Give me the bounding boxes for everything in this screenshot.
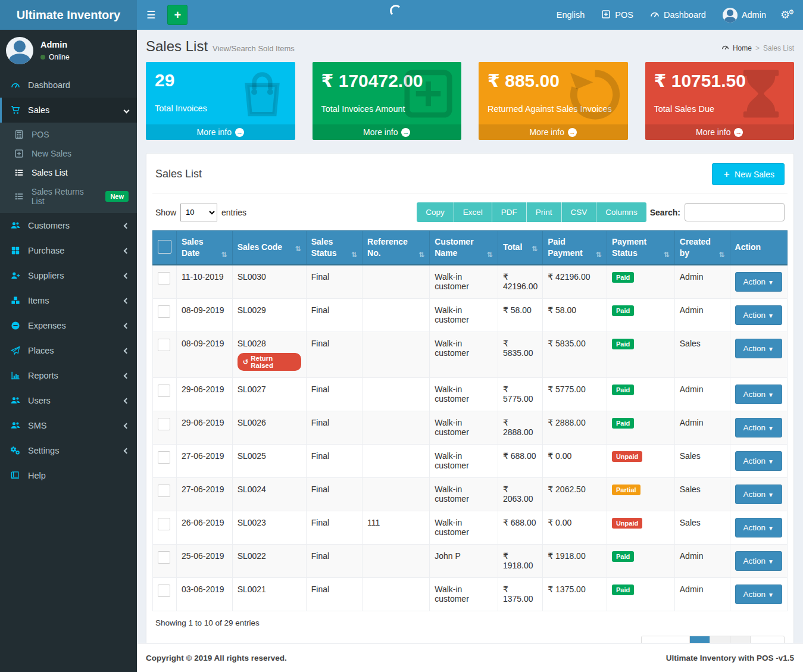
sidebar-item-sales-list[interactable]: Sales List [0, 163, 137, 182]
breadcrumb-home-link[interactable]: Home [733, 44, 752, 52]
column-header-sales-code[interactable]: Sales Code⇅ [232, 231, 306, 265]
sidebar-item-new-sales[interactable]: New Sales [0, 144, 137, 163]
row-checkbox[interactable] [158, 272, 170, 285]
quick-add-button[interactable]: + [167, 5, 188, 25]
export-csv-button[interactable]: CSV [561, 202, 596, 222]
sidebar-item-reports[interactable]: Reports [0, 363, 137, 388]
action-button[interactable]: Action▼ [735, 585, 782, 604]
sidebar-item-help[interactable]: Help [0, 463, 137, 488]
sidebar-user-status[interactable]: Online [40, 53, 70, 61]
action-button[interactable]: Action▼ [735, 418, 782, 437]
info-box-total-sales-due: ₹ 10751.50 Total Sales Due More info → [645, 62, 795, 140]
pagination-page-3-button[interactable]: 3 [730, 636, 750, 643]
column-header-payment-status[interactable]: Payment Status⇅ [607, 231, 674, 265]
sidebar-item-suppliers[interactable]: Suppliers [0, 263, 137, 288]
action-button[interactable]: Action▼ [735, 385, 782, 404]
sort-icon: ⇅ [351, 251, 357, 259]
settings-gears-icon[interactable]: ⚙⚙ [774, 8, 803, 21]
action-button[interactable]: Action▼ [735, 272, 782, 292]
cell-total: ₹ 2063.00 [498, 477, 542, 511]
more-info-link[interactable]: More info → [479, 124, 628, 140]
minus-circle-icon [10, 321, 21, 330]
sidebar-item-expenses[interactable]: Expenses [0, 313, 137, 338]
panel-title: Sales List [155, 168, 202, 180]
column-header-created-by[interactable]: Created by⇅ [674, 231, 730, 265]
page-length-select[interactable]: 10 [180, 204, 217, 221]
action-button[interactable]: Action▼ [735, 451, 782, 471]
pagination-previous-button[interactable]: Previous [642, 636, 690, 643]
sort-icon: ⇅ [221, 251, 227, 259]
row-checkbox[interactable] [158, 551, 170, 564]
new-sales-button[interactable]: ＋ New Sales [712, 163, 785, 185]
row-checkbox[interactable] [158, 485, 170, 497]
column-header-sales-status[interactable]: Sales Status⇅ [306, 231, 362, 265]
sidebar-item-sales[interactable]: Sales [0, 98, 137, 123]
column-header-reference-no[interactable]: Reference No.⇅ [363, 231, 430, 265]
column-header-sales-date[interactable]: Sales Date⇅ [177, 231, 233, 265]
pagination-page-1-button[interactable]: 1 [689, 636, 710, 643]
row-checkbox[interactable] [158, 585, 170, 597]
language-menu[interactable]: English [548, 0, 593, 30]
more-info-link[interactable]: More info → [645, 124, 795, 140]
arrow-circle-right-icon: → [401, 128, 410, 137]
sidebar-item-customers[interactable]: Customers [0, 213, 137, 238]
sidebar-item-pos[interactable]: POS [0, 125, 137, 144]
user-plus-icon [10, 271, 21, 280]
nav-dashboard-link[interactable]: Dashboard [642, 0, 714, 30]
action-button[interactable]: Action▼ [735, 518, 782, 537]
action-button[interactable]: Action▼ [735, 485, 782, 504]
nav-pos-link[interactable]: POS [593, 0, 642, 30]
sidebar-toggle-icon[interactable]: ☰ [137, 0, 165, 30]
cell-customer-name: Walk-in customer [430, 444, 498, 477]
sidebar-item-places[interactable]: Places [0, 338, 137, 363]
row-checkbox[interactable] [158, 385, 170, 397]
action-button[interactable]: Action▼ [735, 305, 782, 325]
more-info-link[interactable]: More info → [146, 124, 295, 140]
cell-reference-no [363, 298, 430, 332]
column-header-total[interactable]: Total⇅ [498, 231, 542, 265]
cell-sales-status: Final [306, 511, 362, 544]
sidebar-item-sms[interactable]: SMS [0, 413, 137, 438]
sort-icon: ⇅ [718, 251, 724, 259]
cell-total: ₹ 5835.00 [498, 332, 542, 377]
pagination-page-2-button[interactable]: 2 [710, 636, 730, 643]
sidebar-item-items[interactable]: Items [0, 288, 137, 313]
column-header-paid-payment[interactable]: Paid Payment⇅ [543, 231, 607, 265]
caret-down-icon: ▼ [768, 592, 774, 598]
caret-down-icon: ▼ [768, 346, 774, 352]
search-input[interactable] [685, 203, 785, 221]
row-checkbox[interactable] [158, 451, 170, 464]
table-row: 27-06-2019 SL0025 Final Walk-in customer… [153, 444, 788, 477]
cell-sales-date: 11-10-2019 [177, 265, 233, 299]
chevron-left-icon [124, 223, 130, 229]
user-menu[interactable]: Admin [714, 0, 774, 30]
cell-payment-status: Paid [607, 332, 674, 377]
export-excel-button[interactable]: Excel [454, 202, 492, 222]
tachometer-icon [10, 80, 21, 90]
cell-customer-name: Walk-in customer [430, 377, 498, 411]
select-all-checkbox[interactable] [158, 240, 171, 254]
plus-square-icon [601, 10, 611, 21]
action-button[interactable]: Action▼ [735, 339, 782, 358]
export-copy-button[interactable]: Copy [417, 202, 454, 222]
row-checkbox[interactable] [158, 339, 170, 351]
action-button[interactable]: Action▼ [735, 551, 782, 571]
row-checkbox[interactable] [158, 518, 170, 530]
export-columns-button[interactable]: Columns [596, 202, 646, 222]
sort-icon: ⇅ [487, 251, 493, 259]
sidebar-item-users[interactable]: Users [0, 388, 137, 413]
row-checkbox[interactable] [158, 305, 170, 318]
export-pdf-button[interactable]: PDF [492, 202, 526, 222]
sidebar-item-settings[interactable]: Settings [0, 438, 137, 463]
sidebar-item-purchase[interactable]: Purchase [0, 238, 137, 263]
pagination-next-button[interactable]: Next [750, 636, 784, 643]
sidebar-menu: DashboardSalesPOSNew SalesSales ListSale… [0, 73, 137, 488]
export-print-button[interactable]: Print [526, 202, 561, 222]
row-checkbox[interactable] [158, 418, 170, 430]
sidebar-item-dashboard[interactable]: Dashboard [0, 73, 137, 98]
column-header-customer-name[interactable]: Customer Name⇅ [430, 231, 498, 265]
plus-icon: ＋ [722, 168, 731, 180]
sidebar-item-sales-returns-list[interactable]: Sales Returns ListNew [0, 182, 137, 211]
more-info-link[interactable]: More info → [313, 124, 462, 140]
app-logo[interactable]: Ultimate Inventory [0, 0, 137, 30]
